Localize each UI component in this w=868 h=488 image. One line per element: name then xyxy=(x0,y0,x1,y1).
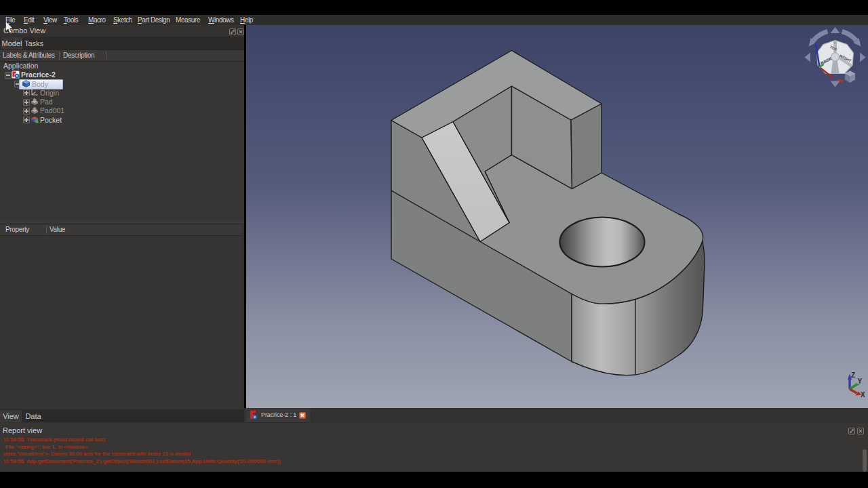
svg-text:Y: Y xyxy=(858,378,863,385)
svg-text:Z: Z xyxy=(851,371,855,379)
svg-text:X: X xyxy=(861,391,865,399)
